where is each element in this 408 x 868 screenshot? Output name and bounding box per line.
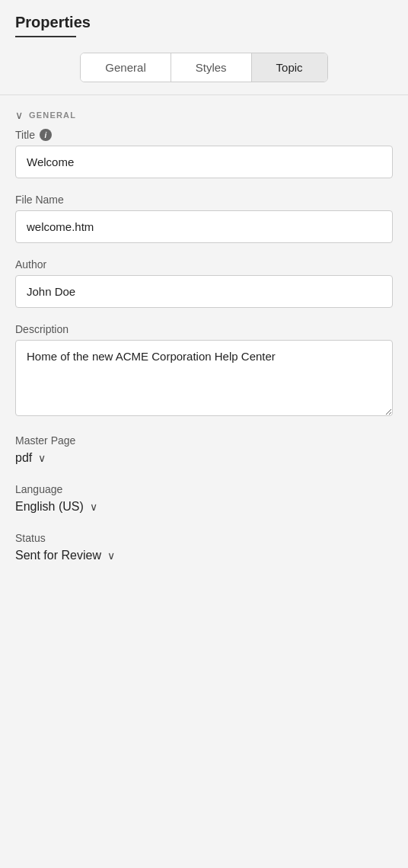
tabs-container: General Styles Topic xyxy=(0,37,408,95)
language-dropdown[interactable]: English (US) ∨ xyxy=(15,500,393,514)
title-label: Title i xyxy=(15,129,393,141)
tabs-wrapper: General Styles Topic xyxy=(80,53,327,82)
properties-panel: Properties General Styles Topic ∨ GENERA… xyxy=(0,0,408,868)
masterpage-group: Master Page pdf ∨ xyxy=(15,434,393,465)
tab-general[interactable]: General xyxy=(81,53,171,82)
language-chevron-icon: ∨ xyxy=(90,501,97,513)
status-dropdown[interactable]: Sent for Review ∨ xyxy=(15,549,393,562)
panel-header: Properties xyxy=(0,0,408,37)
form-body: Title i File Name Author Description Hom… xyxy=(0,129,408,562)
filename-group: File Name xyxy=(15,194,393,243)
title-info-icon[interactable]: i xyxy=(40,129,52,141)
filename-label: File Name xyxy=(15,194,393,206)
author-group: Author xyxy=(15,258,393,308)
masterpage-chevron-icon: ∨ xyxy=(38,452,46,464)
status-value: Sent for Review xyxy=(15,549,101,562)
section-label: GENERAL xyxy=(29,111,76,120)
filename-input[interactable] xyxy=(15,210,393,243)
language-value: English (US) xyxy=(15,500,84,514)
tab-topic[interactable]: Topic xyxy=(252,53,327,82)
masterpage-value: pdf xyxy=(15,451,32,465)
status-chevron-icon: ∨ xyxy=(107,549,115,562)
status-group: Status Sent for Review ∨ xyxy=(15,532,393,562)
section-chevron-icon[interactable]: ∨ xyxy=(15,109,23,121)
masterpage-dropdown[interactable]: pdf ∨ xyxy=(15,451,393,465)
description-label: Description xyxy=(15,323,393,335)
description-textarea[interactable]: Home of the new ACME Corporation Help Ce… xyxy=(15,340,393,416)
language-label: Language xyxy=(15,483,393,495)
title-input[interactable] xyxy=(15,146,393,178)
language-group: Language English (US) ∨ xyxy=(15,483,393,514)
page-title: Properties xyxy=(15,14,393,31)
status-label: Status xyxy=(15,532,393,544)
section-header: ∨ GENERAL xyxy=(0,95,408,129)
description-group: Description Home of the new ACME Corpora… xyxy=(15,323,393,419)
title-group: Title i xyxy=(15,129,393,178)
tab-styles[interactable]: Styles xyxy=(171,53,252,82)
author-label: Author xyxy=(15,258,393,271)
author-input[interactable] xyxy=(15,275,393,308)
masterpage-label: Master Page xyxy=(15,434,393,447)
